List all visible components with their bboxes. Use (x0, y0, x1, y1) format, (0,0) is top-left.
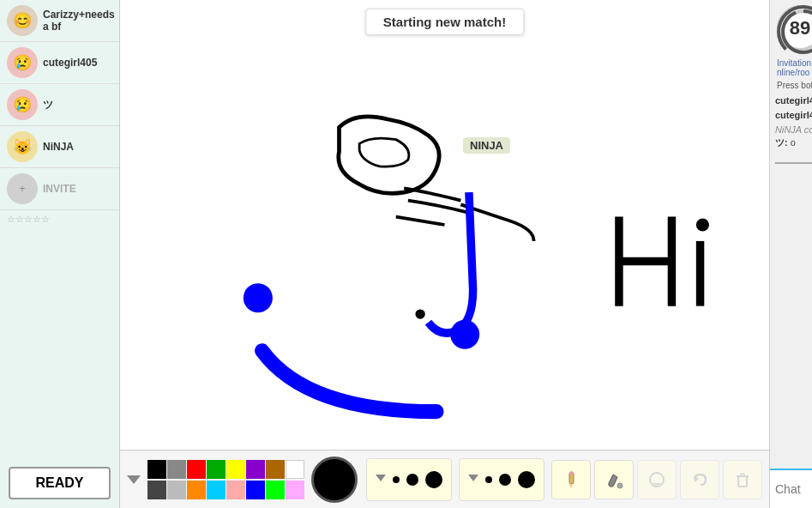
player-item-tsu[interactable]: 😢 ツ (0, 84, 119, 126)
color-white[interactable] (286, 460, 304, 479)
color-gray[interactable] (167, 460, 186, 479)
brush-dot-medium-2[interactable] (499, 474, 511, 486)
chat-user-2: cutegirl405: (775, 110, 812, 120)
chat-user-tsu: ツ: (775, 137, 788, 148)
color-purple[interactable] (246, 460, 265, 479)
stars-display: ☆☆☆☆☆ (7, 214, 50, 224)
undo-tool[interactable] (680, 460, 719, 499)
color-lavender[interactable] (286, 481, 304, 499)
svg-marker-5 (569, 484, 573, 488)
fill-tool[interactable] (594, 460, 634, 499)
color-row-2 (147, 481, 304, 499)
color-cyan[interactable] (207, 481, 226, 499)
player-item-cutegirl[interactable]: 😢 cutegirl405 (0, 42, 119, 84)
color-green[interactable] (207, 460, 226, 479)
svg-point-0 (696, 218, 709, 231)
svg-rect-6 (569, 472, 574, 475)
canvas-area: Starting new match! NINJA (120, 0, 769, 508)
color-brown[interactable] (266, 460, 285, 479)
avatar-cutegirl: 😢 (7, 47, 38, 78)
color-lightgray[interactable] (167, 481, 186, 499)
invitation-url: Invitation: https://drawaria.online/roo (773, 57, 812, 79)
avatar-carizzy: 😊 (7, 5, 38, 36)
svg-rect-10 (738, 476, 747, 487)
match-banner: Starting new match! (365, 9, 524, 35)
chat-msg-2: cutegirl405: thats it (773, 108, 812, 123)
brush-sizes (366, 458, 452, 501)
chat-msg-tsu: ツ: o (773, 136, 812, 150)
color-darkgray[interactable] (147, 481, 166, 499)
toolbar (120, 450, 769, 508)
score-bar: ○ (773, 154, 812, 172)
player-item-ninja[interactable]: 😺 NiNJA (0, 126, 119, 168)
player-name-ninja: NiNJA (43, 141, 74, 153)
drawing-canvas[interactable]: Starting new match! NINJA (120, 0, 769, 450)
avatar-invite: + (7, 173, 38, 204)
brush-dot-medium[interactable] (406, 474, 418, 486)
ready-button[interactable]: READY (9, 467, 111, 499)
timer-value: 89 (790, 17, 810, 39)
current-color-swatch[interactable] (311, 457, 358, 503)
system-msg-ninja: NiNJA connected (773, 124, 812, 136)
invitation-label: Invitation: (777, 58, 812, 68)
player-item-carizzy[interactable]: 😊 Carizzy+needs a bf (0, 0, 119, 42)
avatar-ninja: 😺 (7, 131, 38, 162)
avatar-tsu: 😢 (7, 89, 38, 120)
brush-dot-large[interactable] (425, 471, 442, 488)
color-lime[interactable] (266, 481, 285, 499)
color-black[interactable] (147, 460, 166, 479)
color-red[interactable] (187, 460, 206, 479)
svg-point-3 (415, 309, 424, 318)
svg-point-7 (617, 483, 623, 488)
fill-tool-2[interactable] (637, 460, 677, 499)
svg-marker-9 (695, 476, 699, 482)
svg-point-1 (244, 283, 273, 312)
size-arrow-small (376, 475, 386, 481)
brush-sizes-2 (459, 458, 544, 501)
color-palette (147, 460, 304, 499)
timer-circle: 89 (777, 5, 812, 51)
score-line (775, 162, 812, 164)
player-name-tsu: ツ (43, 98, 53, 112)
sidebar: 😊 Carizzy+needs a bf 😢 cutegirl405 😢 ツ 😺… (0, 0, 120, 508)
color-orange[interactable] (187, 481, 206, 499)
color-pink[interactable] (226, 481, 245, 499)
brush-dot-large-2[interactable] (518, 471, 535, 488)
invite-label: INVITE (43, 183, 76, 195)
size-selector (127, 475, 141, 484)
brush-dot-small-2[interactable] (485, 476, 492, 483)
timer-area: 89 🏠 (770, 0, 812, 57)
size-arrow-2 (468, 475, 478, 481)
size-triangle-2 (468, 475, 478, 485)
chat-section: Invitation: https://drawaria.online/roo … (770, 57, 812, 469)
color-blue[interactable] (246, 481, 265, 499)
pencil-tool[interactable] (551, 460, 591, 499)
player-item-invite[interactable]: + INVITE (0, 168, 119, 210)
stars-row: ☆☆☆☆☆ (0, 210, 119, 228)
svg-point-2 (450, 320, 479, 349)
drawing-svg[interactable] (120, 0, 769, 450)
size-triangle (127, 475, 141, 484)
chat-msg-1: cutegirl405: there (773, 94, 812, 108)
color-row-1 (147, 460, 304, 479)
brush-dot-small[interactable] (393, 476, 400, 483)
chat-text-tsu: o (791, 137, 796, 148)
right-panel: 89 🏠 Invitation: https://drawaria.online… (769, 0, 812, 508)
chat-input[interactable] (775, 482, 812, 496)
size-triangle-small (376, 475, 386, 485)
player-name-cutegirl: cutegirl405 (43, 57, 97, 69)
player-name-carizzy: Carizzy+needs a bf (43, 9, 115, 33)
trash-tool[interactable] (723, 460, 762, 499)
press-hint: Press bottom left button (773, 79, 812, 92)
svg-rect-12 (741, 474, 744, 476)
chat-input-row: ★ (770, 469, 812, 508)
color-yellow[interactable] (226, 460, 245, 479)
chat-user-1: cutegirl405: (775, 95, 812, 106)
